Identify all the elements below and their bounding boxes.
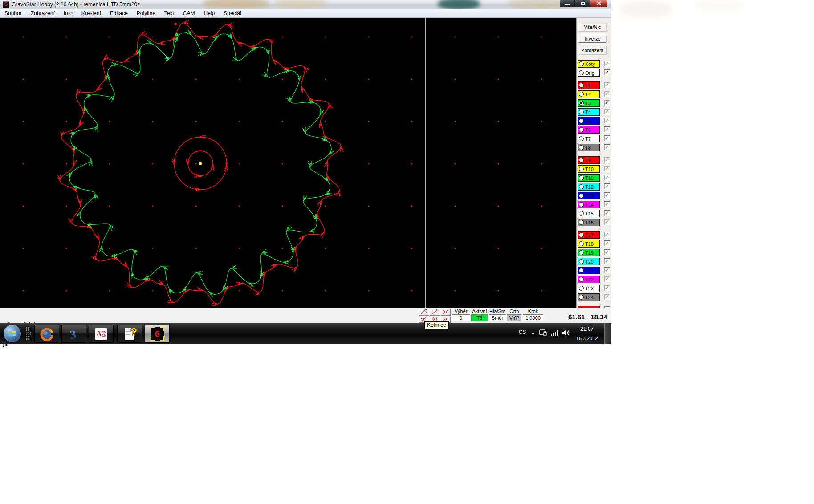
- layer-visibility-checkbox[interactable]: ✓: [604, 258, 610, 264]
- layer-visibility-checkbox[interactable]: ✓: [604, 61, 610, 67]
- layer-chip[interactable]: T20: [578, 258, 600, 265]
- taskbar-button-firefox[interactable]: [34, 325, 59, 343]
- tray-expand-icon[interactable]: ▲: [531, 331, 535, 335]
- layer-visibility-checkbox[interactable]: ✓: [604, 135, 610, 142]
- layer-radio[interactable]: [579, 158, 584, 163]
- sidebar-button-vse-nic[interactable]: Vše/Nic: [578, 23, 606, 31]
- sidebar-button-zobrazeni[interactable]: Zobrazení: [578, 46, 606, 54]
- layer-visibility-checkbox[interactable]: ✓: [604, 69, 610, 76]
- layer-visibility-checkbox[interactable]: ✓: [604, 276, 610, 282]
- layer-chip[interactable]: T17: [578, 231, 600, 239]
- snap-button-perpendicular-snap[interactable]: [419, 309, 429, 316]
- menu-item-text[interactable]: Text: [160, 9, 179, 17]
- layer-visibility-checkbox[interactable]: ✓: [604, 285, 610, 291]
- menu-item-cam[interactable]: CAM: [179, 9, 199, 17]
- layer-radio[interactable]: [579, 145, 584, 150]
- layer-visibility-checkbox[interactable]: ✓: [604, 109, 610, 115]
- layer-radio[interactable]: [579, 211, 584, 216]
- action-center-icon[interactable]: [539, 329, 547, 339]
- menu-item-help[interactable]: Help: [199, 9, 220, 17]
- layer-radio[interactable]: [579, 277, 584, 282]
- layer-chip[interactable]: T7: [578, 135, 600, 142]
- tray-clock[interactable]: 21:07 16.3.2012: [573, 325, 601, 342]
- layer-chip[interactable]: T11: [578, 174, 600, 182]
- layer-radio[interactable]: [579, 286, 584, 291]
- menu-item-info[interactable]: Info: [59, 9, 77, 17]
- layer-radio[interactable]: [579, 175, 584, 180]
- field-value[interactable]: VYP: [507, 314, 522, 321]
- menu-item-soubor[interactable]: Soubor: [0, 9, 26, 17]
- layer-visibility-checkbox[interactable]: ✓: [604, 210, 610, 216]
- taskbar-button-viewer3d[interactable]: 3: [61, 325, 86, 343]
- layer-visibility-checkbox[interactable]: ✓: [604, 126, 610, 133]
- layer-visibility-checkbox[interactable]: ✓: [604, 82, 610, 88]
- layer-visibility-checkbox[interactable]: ✓: [604, 219, 610, 225]
- menu-item-editace[interactable]: Editace: [106, 9, 132, 17]
- layer-visibility-checkbox[interactable]: ✓: [604, 166, 610, 172]
- layer-chip[interactable]: T1: [578, 81, 600, 89]
- layer-visibility-checkbox[interactable]: ✓: [604, 183, 610, 190]
- layer-radio[interactable]: [579, 184, 584, 189]
- layer-radio[interactable]: [579, 295, 584, 300]
- layer-chip[interactable]: T14: [578, 201, 600, 208]
- layer-chip[interactable]: T8: [578, 144, 600, 151]
- layer-visibility-checkbox[interactable]: ✓: [604, 157, 610, 163]
- snap-button-intersection-snap[interactable]: [440, 309, 451, 316]
- layer-chip[interactable]: T15: [578, 210, 600, 217]
- layer-radio[interactable]: [579, 118, 584, 123]
- layer-chip[interactable]: T5: [578, 117, 600, 125]
- layer-chip[interactable]: T10: [578, 165, 600, 173]
- layer-visibility-checkbox[interactable]: ✓: [604, 294, 610, 300]
- layer-radio[interactable]: [579, 167, 584, 171]
- menu-item-special[interactable]: Speciál: [219, 9, 245, 17]
- layer-radio[interactable]: [579, 110, 584, 114]
- layer-chip[interactable]: T22: [578, 276, 600, 283]
- layer-visibility-checkbox[interactable]: ✓: [604, 240, 610, 247]
- drawing-canvas[interactable]: [0, 18, 576, 308]
- layer-radio[interactable]: [579, 220, 584, 225]
- layer-chip[interactable]: T6: [578, 126, 600, 134]
- taskbar-button-autocad[interactable]: A2010: [89, 325, 114, 343]
- layer-radio[interactable]: [579, 259, 584, 264]
- minimize-button[interactable]: [560, 0, 575, 7]
- snap-button-endpoint-snap[interactable]: [430, 309, 440, 316]
- layer-chip[interactable]: T16: [578, 219, 600, 226]
- layer-radio[interactable]: [579, 136, 584, 141]
- layer-visibility-checkbox[interactable]: ✓: [604, 118, 610, 124]
- layer-visibility-checkbox[interactable]: ✓: [604, 192, 610, 199]
- layer-chip[interactable]: T13: [578, 192, 600, 199]
- layer-visibility-checkbox[interactable]: ✓: [604, 267, 610, 273]
- layer-radio[interactable]: [579, 268, 584, 273]
- layer-chip[interactable]: T12: [578, 183, 600, 191]
- layer-visibility-checkbox[interactable]: ✓: [604, 91, 610, 97]
- sidebar-button-inverze[interactable]: Inverze: [578, 34, 606, 43]
- layer-chip[interactable]: Orig: [578, 69, 600, 77]
- layer-radio[interactable]: [579, 70, 584, 75]
- layer-radio[interactable]: [579, 232, 584, 237]
- volume-icon[interactable]: [562, 329, 570, 338]
- layer-radio[interactable]: [579, 101, 584, 106]
- layer-visibility-checkbox[interactable]: ✓: [604, 201, 610, 207]
- layer-chip[interactable]: T3: [578, 99, 600, 107]
- field-value[interactable]: 0: [452, 314, 470, 321]
- layer-chip[interactable]: T24: [578, 293, 600, 301]
- layer-visibility-checkbox[interactable]: ✓: [604, 249, 610, 256]
- layer-chip[interactable]: T4: [578, 108, 600, 116]
- titlebar[interactable]: G GravoStar Hobby (2.20 64b) - remenica …: [0, 0, 611, 9]
- layer-visibility-checkbox[interactable]: ✓: [604, 100, 610, 106]
- language-indicator[interactable]: CS: [517, 329, 528, 335]
- layer-radio[interactable]: [579, 92, 584, 97]
- menu-item-zobrazeni[interactable]: Zobrazení: [26, 9, 59, 17]
- field-value[interactable]: T3: [471, 314, 488, 321]
- network-signal-icon[interactable]: [551, 329, 559, 338]
- show-desktop-button[interactable]: [604, 323, 611, 344]
- layer-chip[interactable]: T21: [578, 267, 600, 274]
- field-value[interactable]: Směr: [489, 314, 506, 321]
- layer-chip[interactable]: T23: [578, 285, 600, 292]
- taskbar-button-help[interactable]: ?: [117, 325, 142, 343]
- maximize-button[interactable]: [575, 0, 590, 7]
- taskbar-button-gravostar[interactable]: G: [145, 325, 170, 343]
- layer-visibility-checkbox[interactable]: ✓: [604, 175, 610, 181]
- layer-chip[interactable]: T2: [578, 90, 600, 98]
- layer-radio[interactable]: [579, 127, 584, 132]
